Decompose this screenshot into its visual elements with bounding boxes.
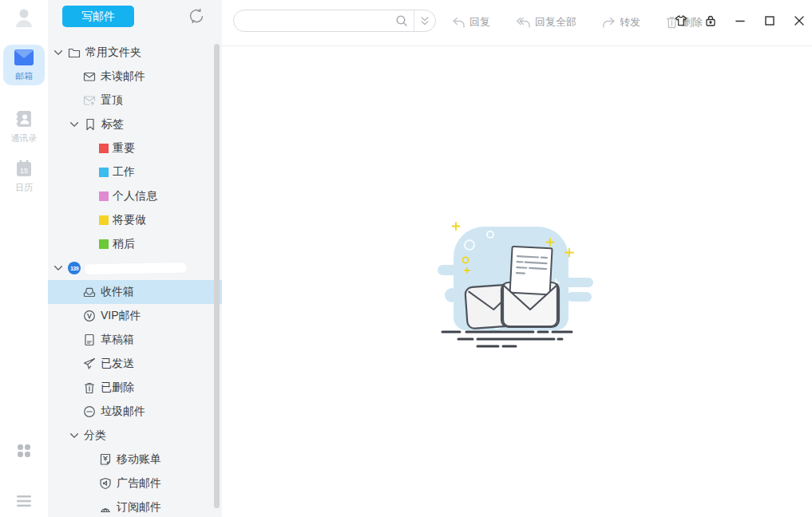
mail-icon	[83, 70, 96, 83]
sidebar-item-label: 置顶	[101, 93, 123, 108]
sidebar-item-label: 已删除	[101, 381, 134, 395]
forward-icon	[602, 17, 616, 29]
subscribe-icon	[99, 501, 112, 514]
sidebar-item-tag-personal[interactable]: 个人信息	[48, 184, 222, 208]
bill-icon	[99, 453, 112, 466]
sidebar-item-label: 订阅邮件	[117, 500, 161, 515]
close-button[interactable]	[793, 14, 806, 27]
sidebar-item-label: 草稿箱	[101, 333, 134, 347]
search-icon	[395, 14, 408, 27]
sidebar-scrollbar[interactable]	[214, 44, 220, 508]
folder-tree: 常用文件夹 未读邮件 置顶 标签 重要	[48, 41, 222, 517]
account-name-redacted	[85, 262, 187, 274]
sidebar-item-tag-important[interactable]: 重要	[48, 136, 222, 160]
reply-all-label: 回复全部	[535, 15, 576, 30]
sidebar-item-junk[interactable]: 垃圾邮件	[48, 400, 222, 424]
sidebar-item-ads[interactable]: 广告邮件	[48, 472, 222, 495]
sidebar-item-tag-later[interactable]: 稍后	[48, 232, 222, 256]
toolbar: 回复 回复全部 转发 删除	[222, 0, 812, 46]
mail-actions: 回复 回复全部 转发 删除	[452, 0, 703, 45]
avatar[interactable]	[0, 6, 48, 32]
refresh-icon	[187, 6, 206, 26]
inbox-icon	[83, 286, 96, 298]
sidebar-item-categories[interactable]: 分类	[48, 424, 222, 448]
search-options-button[interactable]	[414, 10, 435, 31]
sidebar-item-label: 标签	[101, 117, 124, 132]
sidebar-item-label: 将要做	[113, 213, 146, 227]
sidebar-item-label: 个人信息	[113, 189, 157, 203]
rail-item-contacts[interactable]: 通讯录	[3, 105, 45, 148]
sidebar-item-pinned[interactable]: 置顶	[48, 89, 222, 112]
sidebar-item-tag-todo[interactable]: 将要做	[48, 208, 222, 232]
close-icon	[794, 15, 805, 26]
apps-grid-icon	[17, 444, 31, 458]
mail-app-window: 邮箱 通讯录 15 日历	[0, 0, 812, 517]
sidebar-item-subscriptions[interactable]: 订阅邮件	[48, 495, 222, 517]
chevron-down-icon	[69, 430, 80, 441]
maximize-icon	[764, 15, 775, 26]
trash-icon	[83, 381, 96, 394]
calendar-icon: 15	[14, 159, 34, 178]
draft-icon	[83, 333, 96, 346]
rail-item-label: 通讯录	[3, 132, 45, 144]
nav-rail: 邮箱 通讯录 15 日历	[0, 0, 48, 517]
compose-button[interactable]: 写邮件	[62, 6, 134, 27]
search-box[interactable]	[233, 10, 436, 32]
sidebar-item-label: 重要	[113, 141, 135, 156]
sidebar-item-label: 分类	[84, 428, 106, 443]
sidebar-item-mobile-bills[interactable]: 移动账单	[48, 448, 222, 472]
reply-label: 回复	[469, 15, 490, 30]
reply-button[interactable]: 回复	[452, 15, 490, 30]
sidebar-item-inbox[interactable]: 收件箱	[48, 280, 222, 304]
window-controls	[675, 0, 806, 41]
sidebar-item-label: 工作	[113, 165, 135, 180]
sidebar-item-label: 垃圾邮件	[101, 405, 145, 419]
rail-item-calendar[interactable]: 15 日历	[3, 155, 45, 197]
minimize-button[interactable]	[734, 14, 747, 27]
reply-all-button[interactable]: 回复全部	[516, 15, 576, 30]
chevron-down-icon	[53, 262, 64, 274]
sidebar-item-vip[interactable]: VIP邮件	[48, 304, 222, 328]
sidebar-item-label: 已发送	[101, 357, 134, 371]
forward-button[interactable]: 转发	[602, 15, 640, 30]
main-panel: 回复 回复全部 转发 删除	[222, 0, 812, 517]
rail-item-mailbox[interactable]: 邮箱	[3, 45, 45, 85]
minimize-icon	[735, 15, 746, 26]
contacts-icon	[14, 109, 34, 128]
apps-grid-button[interactable]	[0, 444, 48, 461]
sidebar-item-label: 未读邮件	[101, 69, 145, 84]
sidebar-item-common-folders[interactable]: 常用文件夹	[48, 41, 222, 65]
sidebar-item-sent[interactable]: 已发送	[48, 352, 222, 376]
svg-text:15: 15	[20, 167, 28, 175]
sidebar-item-tag-work[interactable]: 工作	[48, 160, 222, 184]
empty-state-illustration	[436, 212, 600, 356]
tag-color-swatch	[99, 168, 109, 177]
folder-icon	[68, 46, 81, 59]
maximize-button[interactable]	[763, 14, 776, 27]
sidebar-item-drafts[interactable]: 草稿箱	[48, 328, 222, 352]
tag-color-swatch	[99, 191, 109, 201]
sidebar-item-label: 稍后	[113, 237, 135, 251]
sidebar-item-deleted[interactable]: 已删除	[48, 376, 222, 400]
search-input[interactable]	[234, 15, 395, 27]
sidebar-item-tags[interactable]: 标签	[48, 112, 222, 136]
theme-button[interactable]	[675, 14, 687, 27]
refresh-button[interactable]	[187, 6, 206, 26]
lock-button[interactable]	[704, 14, 717, 27]
sidebar-item-label: 收件箱	[101, 285, 134, 299]
menu-button[interactable]	[0, 495, 48, 511]
double-chevron-down-icon	[420, 16, 430, 26]
sidebar-item-unread[interactable]: 未读邮件	[48, 65, 222, 89]
send-icon	[83, 357, 96, 370]
account-139-badge: 139	[68, 262, 81, 274]
tag-color-swatch	[99, 239, 109, 249]
forward-label: 转发	[620, 15, 640, 30]
shirt-theme-icon	[675, 14, 687, 27]
user-avatar-icon	[14, 6, 34, 29]
sidebar-item-account[interactable]: 139	[48, 256, 222, 280]
vip-icon	[83, 310, 96, 322]
mail-pin-icon	[83, 94, 96, 107]
rail-item-label: 日历	[3, 182, 45, 194]
chevron-down-icon	[53, 47, 64, 58]
mailbox-icon	[14, 49, 34, 66]
